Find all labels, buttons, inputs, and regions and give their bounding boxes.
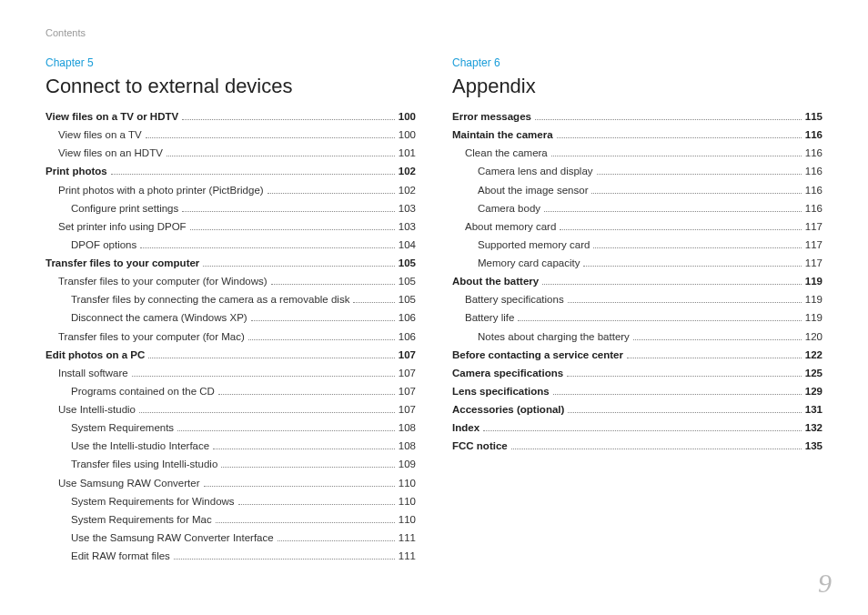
toc-entry[interactable]: Print photos102	[45, 162, 416, 180]
toc-entry[interactable]: Edit RAW format files111	[45, 547, 416, 565]
toc-entry-label: Clean the camera	[465, 144, 548, 162]
toc-dots	[267, 193, 395, 194]
toc-entry-label: View files on an HDTV	[58, 144, 163, 162]
toc-entry[interactable]: Use the Intelli-studio Interface108	[45, 437, 416, 455]
toc-entry[interactable]: Set printer info using DPOF103	[45, 217, 416, 236]
toc-entry-label: Edit RAW format files	[71, 547, 170, 565]
toc-entry[interactable]: Camera specifications125	[452, 364, 823, 382]
toc-entry[interactable]: Disconnect the camera (Windows XP)106	[45, 308, 416, 327]
toc-entry[interactable]: Memory card capacity117	[452, 254, 823, 272]
toc-entry[interactable]: View files on a TV or HDTV100	[45, 107, 416, 126]
toc-dots	[535, 119, 802, 120]
toc-dots	[174, 559, 395, 560]
toc-entry[interactable]: Transfer files to your computer105	[45, 254, 416, 272]
toc-list: View files on a TV or HDTV100View files …	[45, 107, 416, 565]
toc-entry[interactable]: System Requirements108	[45, 418, 416, 437]
toc-entry-page: 106	[399, 308, 416, 327]
toc-entry[interactable]: Index132	[452, 418, 823, 437]
toc-entry[interactable]: Transfer files by connecting the camera …	[45, 290, 416, 308]
toc-entry-label: Use the Samsung RAW Converter Interface	[71, 529, 274, 547]
toc-dots	[583, 266, 801, 267]
toc-entry-label: Camera lens and display	[478, 162, 593, 180]
toc-column-left: Chapter 5 Connect to external devices Vi…	[45, 56, 416, 565]
toc-entry-label: Transfer files by connecting the camera …	[71, 290, 349, 308]
toc-entry-page: 109	[399, 455, 416, 473]
toc-entry[interactable]: Camera lens and display116	[452, 162, 823, 180]
toc-dots	[568, 412, 801, 413]
toc-entry[interactable]: System Requirements for Windows110	[45, 492, 416, 510]
toc-dots	[353, 302, 394, 303]
toc-dots	[542, 284, 802, 285]
toc-entry-label: Accessories (optional)	[452, 400, 564, 418]
toc-dots	[167, 156, 395, 156]
chapter-label: Chapter 6	[452, 56, 823, 69]
toc-entry-page: 119	[805, 272, 823, 290]
toc-entry[interactable]: DPOF options104	[45, 236, 416, 254]
toc-entry[interactable]: System Requirements for Mac110	[45, 510, 416, 529]
toc-entry-page: 132	[805, 418, 823, 437]
toc-entry[interactable]: Supported memory card117	[452, 236, 823, 254]
toc-entry[interactable]: Transfer files to your computer (for Win…	[45, 272, 416, 290]
chapter-title: Appendix	[452, 75, 823, 98]
toc-dots	[146, 137, 395, 138]
toc-dots	[557, 137, 802, 138]
toc-entry-label: Camera specifications	[452, 364, 563, 382]
toc-entry[interactable]: Programs contained on the CD107	[45, 382, 416, 400]
toc-entry[interactable]: Camera body116	[452, 199, 823, 217]
toc-entry-page: 108	[399, 418, 416, 437]
toc-dots	[483, 430, 802, 431]
toc-entry[interactable]: Transfer files to your computer (for Mac…	[45, 328, 416, 346]
toc-entry-label: FCC notice	[452, 437, 508, 455]
toc-dots	[551, 156, 802, 156]
toc-entry[interactable]: Use Samsung RAW Converter110	[45, 474, 416, 492]
toc-entry[interactable]: Print photos with a photo printer (PictB…	[45, 181, 416, 199]
toc-dots	[111, 174, 395, 175]
toc-entry[interactable]: Lens specifications129	[452, 382, 823, 400]
toc-entry-page: 111	[399, 547, 416, 565]
toc-dots	[213, 449, 395, 449]
toc-entry[interactable]: Battery specifications119	[452, 290, 823, 308]
toc-entry[interactable]: About the image sensor116	[452, 181, 823, 199]
toc-entry-label: Disconnect the camera (Windows XP)	[71, 308, 247, 327]
toc-entry[interactable]: Accessories (optional)131	[452, 400, 823, 418]
toc-entry-label: Battery life	[465, 308, 514, 327]
toc-entry-label: Use the Intelli-studio Interface	[71, 437, 209, 455]
contents-header: Contents	[45, 27, 823, 38]
toc-entry[interactable]: Transfer files using Intelli-studio109	[45, 455, 416, 473]
toc-entry-label: Memory card capacity	[478, 254, 580, 272]
toc-entry-label: About memory card	[465, 217, 556, 236]
toc-entry[interactable]: Maintain the camera116	[452, 126, 823, 144]
toc-entry[interactable]: Configure print settings103	[45, 199, 416, 217]
toc-entry[interactable]: Edit photos on a PC107	[45, 346, 416, 364]
toc-entry-page: 103	[399, 199, 416, 217]
toc-entry[interactable]: View files on an HDTV101	[45, 144, 416, 162]
toc-dots	[271, 284, 395, 285]
toc-entry-label: Lens specifications	[452, 382, 550, 400]
toc-dots	[148, 358, 395, 358]
toc-entry[interactable]: Clean the camera116	[452, 144, 823, 162]
toc-entry[interactable]: Use the Samsung RAW Converter Interface1…	[45, 529, 416, 547]
toc-dots	[593, 247, 801, 248]
toc-entry[interactable]: View files on a TV100	[45, 126, 416, 144]
toc-entry-label: Index	[452, 418, 479, 437]
toc-entry[interactable]: FCC notice135	[452, 437, 823, 455]
toc-list: Error messages115Maintain the camera116C…	[452, 107, 823, 455]
toc-entry-page: 111	[399, 529, 416, 547]
toc-entry[interactable]: About the battery119	[452, 272, 823, 290]
toc-entry[interactable]: About memory card117	[452, 217, 823, 236]
toc-entry[interactable]: Error messages115	[452, 107, 823, 126]
toc-entry[interactable]: Use Intelli-studio107	[45, 400, 416, 418]
toc-entry-label: Transfer files using Intelli-studio	[71, 455, 217, 473]
toc-entry[interactable]: Notes about charging the battery120	[452, 328, 823, 346]
toc-dots	[633, 339, 802, 340]
toc-dots	[567, 376, 802, 377]
toc-dots	[591, 193, 801, 194]
toc-entry[interactable]: Battery life119	[452, 308, 823, 327]
toc-entry-label: View files on a TV	[58, 126, 142, 144]
toc-entry-label: DPOF options	[71, 236, 136, 254]
toc-entry[interactable]: Install software107	[45, 364, 416, 382]
toc-entry-page: 135	[805, 437, 823, 455]
toc-entry-page: 131	[805, 400, 823, 418]
toc-entry[interactable]: Before contacting a service center122	[452, 346, 823, 364]
toc-entry-label: Edit photos on a PC	[45, 346, 145, 364]
